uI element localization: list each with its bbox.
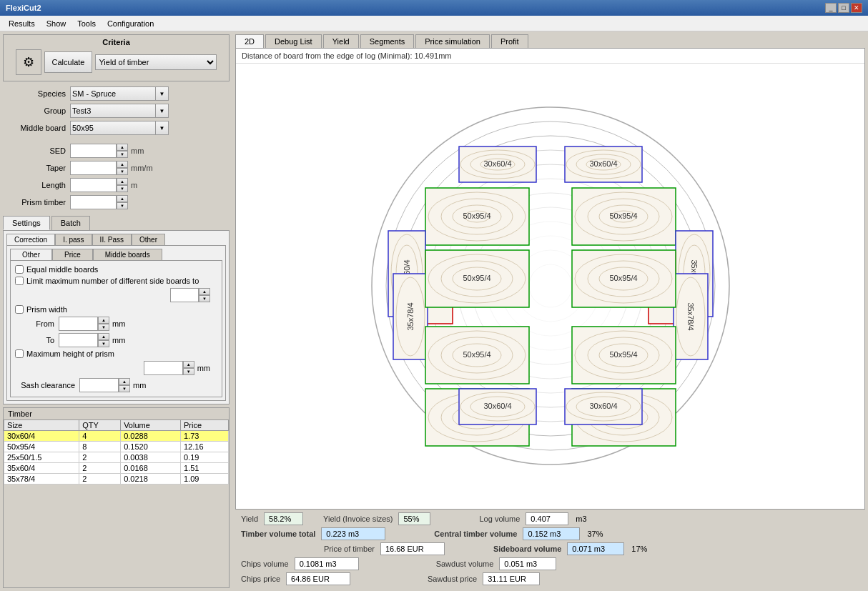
calculate-button[interactable]: Calculate bbox=[44, 51, 93, 73]
sed-down[interactable]: ▼ bbox=[117, 151, 128, 158]
sub-tab-middle-boards[interactable]: Middle boards bbox=[93, 249, 162, 260]
central-vol-value: 0.152 m3 bbox=[523, 527, 580, 540]
bottom-stats: Yield 58.2% Yield (Invoice sizes) 55% Lo… bbox=[235, 510, 865, 588]
tab-batch[interactable]: Batch bbox=[51, 216, 90, 230]
log-volume-unit: m3 bbox=[576, 515, 586, 523]
criteria-title: Criteria bbox=[9, 38, 223, 46]
species-select[interactable]: SM - Spruce bbox=[70, 86, 156, 101]
length-up[interactable]: ▲ bbox=[117, 178, 128, 185]
prism-from-down[interactable]: ▼ bbox=[98, 324, 109, 331]
max-height-up[interactable]: ▲ bbox=[183, 361, 194, 368]
table-row[interactable]: 30x60/440.02881.73 bbox=[4, 431, 229, 442]
svg-text:50x95/4: 50x95/4 bbox=[463, 274, 490, 282]
col-volume: Volume bbox=[121, 420, 181, 431]
prism-width-checkbox[interactable] bbox=[15, 305, 24, 314]
sawdust-vol-label: Sawdust volume bbox=[436, 560, 494, 568]
limit-max-checkbox[interactable] bbox=[15, 277, 24, 285]
prism-to-input[interactable]: 0.00 bbox=[59, 333, 98, 347]
central-vol-label: Central timber volume bbox=[434, 530, 517, 538]
max-height-checkbox[interactable] bbox=[15, 349, 24, 358]
sash-unit: mm bbox=[133, 381, 146, 389]
inner-tab-other[interactable]: Other bbox=[132, 234, 165, 245]
sash-up[interactable]: ▲ bbox=[119, 378, 130, 385]
max-height-down[interactable]: ▼ bbox=[183, 368, 194, 375]
svg-text:30x60/4: 30x60/4 bbox=[589, 159, 617, 168]
tab-profit[interactable]: Profit bbox=[491, 34, 528, 48]
prism-input[interactable]: 8 bbox=[70, 195, 117, 209]
prism-to-down[interactable]: ▼ bbox=[98, 340, 109, 347]
sash-input[interactable]: 700.00 bbox=[79, 378, 119, 392]
menu-tools[interactable]: Tools bbox=[71, 18, 102, 29]
group-dropdown-arrow[interactable]: ▼ bbox=[156, 104, 169, 118]
taper-up[interactable]: ▲ bbox=[117, 161, 128, 168]
tab-debug-list[interactable]: Debug List bbox=[265, 34, 322, 48]
menu-show[interactable]: Show bbox=[41, 18, 72, 29]
prism-up[interactable]: ▲ bbox=[117, 195, 128, 202]
sub-tab-other[interactable]: Other bbox=[10, 249, 52, 260]
tab-segments[interactable]: Segments bbox=[360, 34, 415, 48]
menu-results[interactable]: Results bbox=[3, 18, 41, 29]
equal-middle-label: Equal middle boards bbox=[26, 265, 98, 274]
tab-yield[interactable]: Yield bbox=[323, 34, 359, 48]
length-input[interactable]: 4.00 bbox=[70, 178, 117, 192]
from-label: From bbox=[26, 319, 59, 328]
col-price: Price bbox=[180, 420, 228, 431]
limit-max-label: Limit maximum number of different side b… bbox=[26, 277, 199, 285]
prism-from-up[interactable]: ▲ bbox=[98, 317, 109, 324]
prism-down[interactable]: ▼ bbox=[117, 202, 128, 209]
group-select[interactable]: Test3 bbox=[70, 104, 156, 118]
timber-table: Size QTY Volume Price 30x60/440.02881.73… bbox=[4, 419, 229, 485]
prism-from-unit: mm bbox=[112, 319, 125, 328]
yield-invoice-value: 55% bbox=[398, 512, 430, 525]
taper-input[interactable]: 10.00 bbox=[70, 161, 117, 175]
tab-2d[interactable]: 2D bbox=[235, 34, 264, 48]
app-title: FlexiCut2 bbox=[6, 4, 41, 12]
close-button[interactable]: ✕ bbox=[851, 3, 862, 13]
sash-down[interactable]: ▼ bbox=[119, 385, 130, 392]
species-dropdown-arrow[interactable]: ▼ bbox=[156, 86, 169, 101]
yield-value: 58.2% bbox=[264, 512, 303, 525]
middle-board-select[interactable]: 50x95 bbox=[70, 121, 156, 135]
prism-to-up[interactable]: ▲ bbox=[98, 333, 109, 340]
criteria-select[interactable]: Yield of timber bbox=[95, 54, 217, 70]
table-row[interactable]: 50x95/480.152012.16 bbox=[4, 442, 229, 452]
length-unit: m bbox=[131, 181, 137, 189]
inner-tab-correction[interactable]: Correction bbox=[6, 234, 55, 245]
sed-up[interactable]: ▲ bbox=[117, 144, 128, 151]
col-size: Size bbox=[4, 420, 79, 431]
canvas-info: Distance of board from the edge of log (… bbox=[236, 49, 864, 64]
canvas-draw: 30x60/4 30x60/4 50x95/4 bbox=[236, 64, 864, 508]
table-row[interactable]: 25x50/1.520.00380.19 bbox=[4, 452, 229, 463]
max-height-input[interactable]: 0.00 bbox=[144, 361, 183, 375]
svg-text:50x95/4: 50x95/4 bbox=[463, 212, 490, 220]
taper-down[interactable]: ▼ bbox=[117, 168, 128, 175]
limit-value-input[interactable]: 1 bbox=[170, 288, 199, 302]
table-row[interactable]: 35x78/420.02181.09 bbox=[4, 474, 229, 485]
sideboard-vol-pct: 17% bbox=[631, 545, 647, 553]
chips-vol-label: Chips volume bbox=[241, 560, 289, 568]
length-down[interactable]: ▼ bbox=[117, 185, 128, 192]
middle-board-dropdown-arrow[interactable]: ▼ bbox=[156, 121, 169, 135]
limit-up[interactable]: ▲ bbox=[199, 288, 210, 295]
window-controls[interactable]: _ □ ✕ bbox=[825, 3, 862, 13]
table-row[interactable]: 35x60/420.01681.51 bbox=[4, 463, 229, 474]
tab-settings[interactable]: Settings bbox=[3, 216, 50, 230]
minimize-button[interactable]: _ bbox=[825, 3, 837, 13]
log-diagram-svg: 30x60/4 30x60/4 50x95/4 bbox=[300, 96, 801, 475]
species-section: Species SM - Spruce ▼ Group Test3 ▼ bbox=[3, 84, 230, 139]
tab-price-simulation[interactable]: Price simulation bbox=[415, 34, 490, 48]
limit-down[interactable]: ▼ bbox=[199, 295, 210, 302]
inner-tab-ipass[interactable]: I. pass bbox=[55, 234, 92, 245]
prism-from-input[interactable]: 0.00 bbox=[59, 317, 98, 331]
equal-middle-checkbox[interactable] bbox=[15, 265, 24, 274]
sub-tab-price[interactable]: Price bbox=[52, 249, 93, 260]
col-qty: QTY bbox=[79, 420, 121, 431]
timber-vol-label: Timber volume total bbox=[241, 530, 315, 538]
maximize-button[interactable]: □ bbox=[838, 3, 849, 13]
taper-unit: mm/m bbox=[131, 164, 153, 172]
menu-configuration[interactable]: Configuration bbox=[102, 18, 159, 29]
svg-text:50x95/4: 50x95/4 bbox=[609, 212, 637, 220]
inner-tab-iipass[interactable]: II. Pass bbox=[92, 234, 132, 245]
sideboard-vol-label: Sideboard volume bbox=[493, 545, 561, 553]
sed-input[interactable]: 340.00 bbox=[70, 144, 117, 158]
